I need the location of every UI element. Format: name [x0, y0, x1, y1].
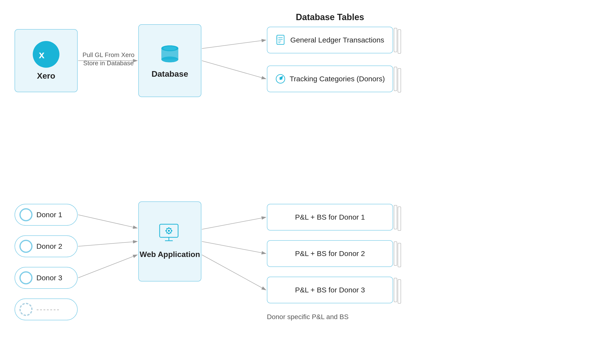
svg-rect-7	[398, 68, 401, 92]
donor2-label: Donor 2	[36, 242, 62, 250]
diagram-container: Database Tables x Xero Pull GL From Xero…	[0, 0, 592, 364]
output3-box: P&L + BS for Donor 3	[267, 277, 393, 303]
output2-box: P&L + BS for Donor 2	[267, 240, 393, 267]
svg-rect-14	[394, 205, 397, 229]
webapp-label: Web Application	[140, 249, 200, 260]
donor3-box: Donor 3	[15, 267, 78, 289]
svg-text:x: x	[39, 50, 45, 59]
webapp-icon	[158, 223, 182, 246]
tracking-categories-box: Tracking Categories (Donors)	[267, 66, 393, 92]
donor4-label: -------	[36, 305, 60, 314]
svg-rect-26	[277, 35, 284, 44]
svg-point-41	[168, 230, 170, 232]
xero-label: Xero	[37, 71, 55, 81]
tracking-icon	[275, 74, 286, 84]
svg-line-9	[78, 241, 137, 246]
svg-line-11	[202, 217, 266, 229]
xero-box: x Xero	[15, 29, 78, 92]
gl-transactions-box: General Ledger Transactions	[267, 27, 393, 53]
xero-logo-circle: x	[33, 41, 59, 68]
svg-line-10	[78, 255, 137, 278]
gl-label-row: General Ledger Transactions	[276, 35, 384, 45]
svg-line-3	[202, 61, 266, 79]
svg-rect-17	[398, 243, 401, 267]
svg-rect-4	[394, 28, 397, 52]
svg-point-23	[161, 57, 178, 62]
donor3-icon	[19, 271, 33, 284]
database-box: Database	[138, 24, 201, 97]
output2-label: P&L + BS for Donor 2	[295, 249, 365, 258]
db-tables-heading: Database Tables	[267, 12, 393, 22]
svg-rect-42	[168, 227, 170, 229]
svg-line-12	[202, 241, 266, 254]
gl-transactions-label: General Ledger Transactions	[290, 36, 384, 44]
output1-label: P&L + BS for Donor 1	[295, 213, 365, 221]
donor-specific-label: Donor specific P&L and BS	[267, 313, 349, 321]
donor4-box: -------	[15, 298, 78, 320]
svg-line-13	[202, 255, 266, 290]
svg-rect-15	[398, 207, 401, 231]
svg-rect-19	[398, 280, 401, 303]
arrow-pull-gl-label: Pull GL From XeroStore in Database	[82, 51, 134, 67]
svg-point-25	[163, 46, 177, 50]
output1-box: P&L + BS for Donor 1	[267, 204, 393, 231]
svg-rect-44	[165, 230, 167, 232]
donor2-icon	[19, 240, 33, 253]
gl-icon	[276, 35, 287, 45]
xero-logo-icon: x	[38, 50, 55, 59]
donor4-icon	[19, 303, 33, 316]
donor1-label: Donor 1	[36, 211, 62, 219]
svg-rect-43	[168, 233, 170, 234]
database-cylinder-icon	[159, 43, 181, 65]
donor2-box: Donor 2	[15, 235, 78, 257]
svg-rect-16	[394, 242, 397, 265]
webapp-box: Web Application	[138, 201, 201, 281]
svg-line-2	[202, 40, 266, 49]
svg-rect-5	[398, 30, 401, 53]
database-icon	[159, 43, 181, 66]
svg-rect-18	[394, 278, 397, 302]
donor1-icon	[19, 208, 33, 221]
tracking-label-row: Tracking Categories (Donors)	[275, 74, 385, 84]
donor3-label: Donor 3	[36, 274, 62, 282]
svg-rect-6	[394, 67, 397, 91]
tracking-categories-label: Tracking Categories (Donors)	[290, 75, 385, 83]
svg-rect-45	[171, 230, 172, 232]
database-label: Database	[151, 69, 188, 79]
donor1-box: Donor 1	[15, 204, 78, 226]
output3-label: P&L + BS for Donor 3	[295, 286, 365, 294]
svg-line-8	[78, 215, 137, 228]
webapp-icon-svg	[158, 223, 182, 245]
